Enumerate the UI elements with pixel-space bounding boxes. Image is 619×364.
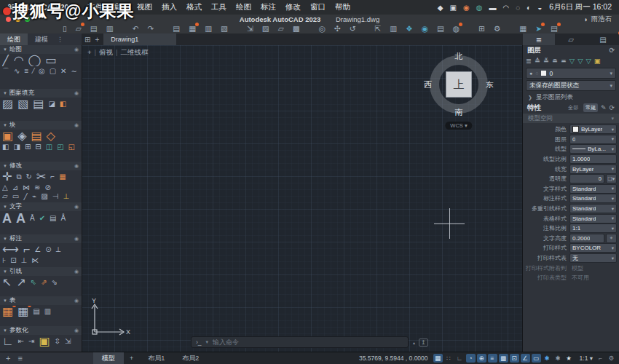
- share-icon[interactable]: ➤: [535, 25, 542, 33]
- polygon-icon[interactable]: ▢: [50, 68, 56, 75]
- property-field-多重引线样式[interactable]: Standard▾: [569, 204, 617, 213]
- space-selector[interactable]: 模型空间 ▾: [523, 114, 619, 123]
- layer-isolate-icon[interactable]: ▽: [569, 57, 575, 65]
- section-gear-icon[interactable]: ◉: [74, 269, 79, 274]
- solid-fill-icon[interactable]: ◧: [60, 100, 66, 108]
- feedback-icon[interactable]: ▤: [551, 25, 558, 33]
- linear-dim-icon[interactable]: ⟷: [2, 244, 19, 256]
- dynamic-input-toggle[interactable]: ∠: [521, 354, 530, 363]
- layers-refresh-icon[interactable]: ⟳: [609, 47, 615, 54]
- osnap-tracking-toggle[interactable]: ⊕: [477, 354, 486, 363]
- group-icon[interactable]: ◍: [453, 25, 460, 33]
- siri-icon[interactable]: ◒: [537, 4, 542, 12]
- add-leader-icon[interactable]: ⇖: [31, 279, 36, 286]
- layout-tab-布局2[interactable]: 布局2: [173, 352, 208, 364]
- section-gear-icon[interactable]: ◉: [74, 204, 79, 210]
- palette-section-header[interactable]: ▼参数化◉: [0, 326, 82, 335]
- utilities-icon[interactable]: ❖: [406, 25, 412, 33]
- viewcube-west-label[interactable]: 西: [424, 79, 432, 90]
- pen-icon[interactable]: ◆: [438, 4, 443, 12]
- xline-icon[interactable]: ⁄: [33, 68, 34, 75]
- donut-icon[interactable]: ◎: [39, 68, 45, 75]
- isolate-objects-icon[interactable]: ⌐: [596, 354, 605, 363]
- detach-block-icon[interactable]: ⊟: [35, 143, 41, 151]
- section-gear-icon[interactable]: ◉: [74, 122, 79, 128]
- wcs-dropdown[interactable]: WCS ▾: [445, 122, 472, 130]
- layer-state-dropdown-icon[interactable]: ▾: [610, 83, 612, 89]
- layer-unisolate-icon[interactable]: ▽: [577, 57, 583, 65]
- horizontal-constraint-icon[interactable]: ⇤: [18, 338, 24, 345]
- sync-block-icon[interactable]: ◫: [46, 143, 52, 151]
- measure-icon[interactable]: ◉: [422, 25, 428, 33]
- blocks-palette-icon[interactable]: ⊞: [478, 25, 485, 33]
- collapse-triangle-icon[interactable]: ▼: [3, 47, 7, 52]
- property-field-打印样式[interactable]: BYCOLOR▾: [569, 243, 617, 253]
- import-icon[interactable]: ⇲: [247, 25, 253, 33]
- table-icon[interactable]: ▦: [2, 306, 13, 317]
- hatch-icon[interactable]: ▨: [2, 98, 13, 110]
- center-mark-icon[interactable]: ⊡: [10, 257, 16, 264]
- document-tab-drawing1[interactable]: Drawing1: [103, 33, 176, 45]
- dropdown-arrow-icon[interactable]: ▾: [612, 215, 614, 221]
- boundary-icon[interactable]: ◪: [48, 100, 55, 108]
- match-properties-icon[interactable]: ⇱: [375, 25, 382, 33]
- new-tab-button[interactable]: +: [95, 36, 99, 44]
- polyline-icon[interactable]: ◠: [14, 55, 24, 66]
- content-icon[interactable]: ▦: [519, 25, 527, 33]
- menu-item-格式[interactable]: 格式: [186, 2, 202, 12]
- delete-constraint-icon[interactable]: ⇲: [65, 338, 71, 345]
- attach-block-icon[interactable]: ⊞: [25, 143, 31, 151]
- palette-section-header[interactable]: ▼图案填充◉: [0, 89, 82, 98]
- property-field-文字样式[interactable]: Standard▾: [569, 184, 617, 194]
- baseline-dim-icon[interactable]: ⊦: [2, 257, 6, 264]
- geometric-constraint-icon[interactable]: ∟: [2, 336, 14, 347]
- layer-merge-icon[interactable]: ≖: [561, 57, 567, 65]
- menu-item-标注[interactable]: 标注: [261, 2, 276, 12]
- current-layer-combo[interactable]: ● ○ 0 ▾: [526, 68, 616, 79]
- dropdown-arrow-icon[interactable]: ▾: [612, 186, 614, 191]
- collapse-triangle-icon[interactable]: ▼: [3, 298, 7, 303]
- lengthen-icon[interactable]: ▭: [12, 193, 19, 200]
- viewcube-top-face[interactable]: 上: [446, 71, 472, 98]
- spell-check-icon[interactable]: ✔: [39, 215, 45, 222]
- copy-icon[interactable]: ⧉: [16, 173, 21, 181]
- trim-icon[interactable]: ✂: [36, 171, 46, 183]
- layer-freeze-icon[interactable]: ▽: [586, 57, 591, 65]
- spline-icon[interactable]: ∿: [14, 68, 20, 75]
- palette-tab-建模[interactable]: 建模: [28, 33, 55, 45]
- table-export-icon[interactable]: ▥: [44, 308, 51, 315]
- dropdown-arrow-icon[interactable]: ▾: [612, 245, 614, 251]
- app-icon[interactable]: ◉: [463, 4, 470, 12]
- orbit-icon[interactable]: ↺: [350, 25, 356, 33]
- battery-icon[interactable]: ▬: [489, 4, 496, 12]
- menu-item-帮助[interactable]: 帮助: [335, 2, 350, 12]
- section-gear-icon[interactable]: ◉: [74, 163, 79, 169]
- layer-properties-icon[interactable]: ≣: [526, 57, 532, 65]
- grid-toggle[interactable]: ▦: [433, 354, 443, 363]
- palette-section-header[interactable]: ▼标注◉: [0, 234, 82, 243]
- dropdown-arrow-icon[interactable]: ▾: [612, 226, 614, 232]
- property-field-注释比例[interactable]: 1:1▾: [569, 223, 617, 233]
- wifi-icon[interactable]: ◠: [502, 4, 509, 12]
- move-icon[interactable]: ✛: [2, 171, 12, 183]
- section-gear-icon[interactable]: ◉: [74, 90, 79, 96]
- viewcube-north-label[interactable]: 北: [455, 51, 463, 62]
- layout-tab-布局1[interactable]: 布局1: [139, 352, 173, 364]
- insert-block-tool-icon[interactable]: ◈: [17, 130, 26, 142]
- dropdown-arrow-icon[interactable]: ▾: [612, 127, 614, 132]
- pan-icon[interactable]: ✣: [334, 25, 341, 33]
- edit-text-icon[interactable]: Ā: [30, 215, 35, 222]
- rotate-icon[interactable]: ↻: [26, 173, 32, 181]
- arc-icon[interactable]: ⌒: [2, 68, 9, 75]
- new-drawing-icon[interactable]: ▯: [63, 25, 67, 33]
- undo-icon[interactable]: ↶: [133, 25, 139, 33]
- section-gear-icon[interactable]: ◉: [74, 298, 79, 304]
- layout-tab-模型[interactable]: 模型: [93, 352, 124, 364]
- layer-on-bulb-icon[interactable]: ●: [529, 71, 532, 76]
- display-icon[interactable]: ◐: [527, 4, 531, 12]
- section-gear-icon[interactable]: ◉: [74, 328, 79, 333]
- layer-color-swatch[interactable]: [541, 71, 546, 76]
- lineweight-toggle[interactable]: ≡: [488, 354, 497, 363]
- stretch-icon[interactable]: ≋: [34, 184, 40, 191]
- add-palette-icon[interactable]: +: [6, 354, 10, 363]
